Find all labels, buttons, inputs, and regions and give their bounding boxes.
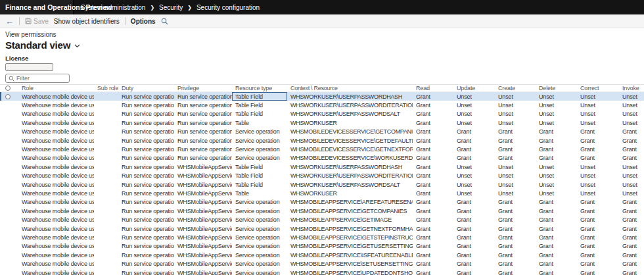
cell-correct[interactable]: Unset (577, 118, 619, 127)
cell-role[interactable]: Warehouse mobile device user (18, 101, 94, 109)
cell-context[interactable]: WHSMOBILEAPPSERVICE\UPDATEDONTSHOWSETTIN… (287, 268, 413, 275)
cell-delete[interactable]: Grant (536, 233, 577, 241)
col-header-invoke[interactable]: Invoke (619, 85, 644, 91)
cell-invoke[interactable]: Grant (619, 242, 644, 251)
cell-privilege[interactable]: Run service operations fo... (174, 145, 232, 153)
cell-role[interactable]: Warehouse mobile device user (18, 110, 94, 118)
table-row[interactable]: Warehouse mobile device userRun service … (0, 215, 644, 224)
cell-update[interactable]: Unset (453, 92, 495, 101)
row-selector[interactable] (0, 118, 18, 127)
cell-delete[interactable]: Grant (536, 154, 577, 162)
row-selector[interactable] (0, 198, 18, 207)
row-selector[interactable] (0, 162, 18, 171)
cell-correct[interactable]: Unset (577, 172, 619, 180)
cell-role[interactable]: Warehouse mobile device user (18, 136, 94, 145)
cell-delete[interactable]: Grant (536, 215, 577, 224)
cell-duty[interactable]: Run service operations fo... (118, 162, 174, 171)
cell-update[interactable]: Unset (453, 101, 495, 109)
cell-update[interactable]: Grant (453, 251, 495, 259)
cell-duty[interactable]: Run service operations fo... (118, 198, 174, 207)
cell-sub-role[interactable] (94, 189, 118, 197)
cell-role[interactable]: Warehouse mobile device user (18, 215, 94, 224)
breadcrumb-item-system-administration[interactable]: System administration (81, 4, 145, 11)
cell-privilege[interactable]: WHSMobileAppServiceIn... (174, 172, 232, 180)
col-header-privilege[interactable]: Privilege (174, 85, 232, 91)
cell-sub-role[interactable] (94, 101, 118, 109)
cell-update[interactable]: Unset (453, 180, 495, 189)
table-row[interactable]: Warehouse mobile device userRun service … (0, 128, 644, 136)
row-selector[interactable] (0, 215, 18, 224)
cell-create[interactable]: Grant (495, 242, 536, 251)
cell-update[interactable]: Grant (453, 145, 495, 153)
table-row[interactable]: Warehouse mobile device userRun service … (0, 92, 644, 101)
cell-duty[interactable]: Run service operations fo... (118, 128, 174, 136)
cell-privilege[interactable]: WHSMobileAppServiceIn... (174, 251, 232, 259)
cell-sub-role[interactable] (94, 198, 118, 207)
table-row[interactable]: Warehouse mobile device userRun service … (0, 251, 644, 259)
cell-correct[interactable]: Grant (577, 268, 619, 275)
cell-create[interactable]: Grant (495, 136, 536, 145)
cell-invoke[interactable]: Unset (619, 101, 644, 109)
cell-sub-role[interactable] (94, 145, 118, 153)
cell-resource-type[interactable]: Service operation (232, 207, 287, 215)
cell-delete[interactable]: Unset (536, 189, 577, 197)
cell-delete[interactable]: Unset (536, 101, 577, 109)
cell-context[interactable]: WHSMOBILEAPPSERVICE\GETCOMPANIES (287, 207, 413, 215)
cell-sub-role[interactable] (94, 92, 118, 101)
cell-duty[interactable]: Run service operations fo... (118, 259, 174, 268)
row-selector[interactable] (0, 172, 18, 180)
cell-context[interactable]: WHSMOBILEDEVICESSERVICE\GETNEXTFORMHANDH… (287, 145, 413, 153)
cell-role[interactable]: Warehouse mobile device user (18, 92, 94, 101)
cell-invoke[interactable]: Grant (619, 268, 644, 275)
cell-correct[interactable]: Grant (577, 145, 619, 153)
cell-sub-role[interactable] (94, 207, 118, 215)
cell-create[interactable]: Unset (495, 172, 536, 180)
cell-create[interactable]: Unset (495, 162, 536, 171)
row-selector[interactable] (0, 154, 18, 162)
cell-invoke[interactable]: Grant (619, 145, 644, 153)
cell-delete[interactable]: Unset (536, 172, 577, 180)
cell-read[interactable]: Grant (413, 118, 453, 127)
row-selector[interactable] (0, 101, 18, 109)
cell-create[interactable]: Unset (495, 189, 536, 197)
cell-role[interactable]: Warehouse mobile device user (18, 154, 94, 162)
cell-resource-type[interactable]: Service operation (232, 242, 287, 251)
cell-delete[interactable]: Grant (536, 136, 577, 145)
cell-create[interactable]: Grant (495, 145, 536, 153)
cell-privilege[interactable]: Run service operations fo... (174, 154, 232, 162)
cell-read[interactable]: Grant (413, 92, 453, 101)
cell-sub-role[interactable] (94, 233, 118, 241)
cell-context[interactable]: WHSMOBILEAPPSERVICE\SETUSERSETTINGS (287, 259, 413, 268)
cell-context[interactable]: WHSMOBILEAPPSERVICE\GETSTEPINSTRUCTION (287, 233, 413, 241)
row-selector[interactable] (0, 251, 18, 259)
cell-role[interactable]: Warehouse mobile device user (18, 198, 94, 207)
table-row[interactable]: Warehouse mobile device userRun service … (0, 259, 644, 268)
cell-delete[interactable]: Unset (536, 180, 577, 189)
cell-resource-type[interactable]: Table Field (232, 92, 287, 101)
app-brand[interactable]: Finance and Operations Preview (0, 0, 74, 14)
cell-privilege[interactable]: WHSMobileAppServiceIn... (174, 162, 232, 171)
cell-duty[interactable]: Run service operations fo... (118, 92, 174, 101)
cell-role[interactable]: Warehouse mobile device user (18, 242, 94, 251)
cell-privilege[interactable]: WHSMobileAppServiceIn... (174, 189, 232, 197)
cell-duty[interactable]: Run service operations fo... (118, 233, 174, 241)
cell-resource-type[interactable]: Service operation (232, 145, 287, 153)
filter-field[interactable] (5, 74, 70, 83)
cell-correct[interactable]: Grant (577, 128, 619, 136)
cell-resource-type[interactable]: Table Field (232, 172, 287, 180)
cell-update[interactable]: Unset (453, 118, 495, 127)
cell-invoke[interactable]: Grant (619, 136, 644, 145)
cell-delete[interactable]: Grant (536, 198, 577, 207)
col-header-sub-role[interactable]: Sub role (94, 85, 118, 91)
cell-read[interactable]: Grant (413, 128, 453, 136)
cell-update[interactable]: Grant (453, 259, 495, 268)
cell-update[interactable]: Unset (453, 110, 495, 118)
cell-read[interactable]: Grant (413, 268, 453, 275)
cell-role[interactable]: Warehouse mobile device user (18, 172, 94, 180)
col-header-resource-type[interactable]: Resource type (232, 85, 287, 91)
cell-resource-type[interactable]: Service operation (232, 198, 287, 207)
cell-role[interactable]: Warehouse mobile device user (18, 128, 94, 136)
cell-correct[interactable]: Grant (577, 198, 619, 207)
cell-duty[interactable]: Run service operations fo... (118, 101, 174, 109)
col-header-create[interactable]: Create (495, 85, 536, 91)
